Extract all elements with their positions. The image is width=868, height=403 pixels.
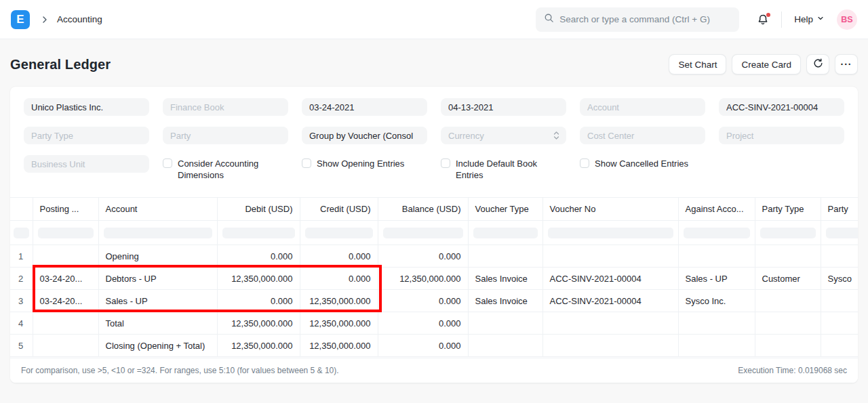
- cell-posting-date[interactable]: 03-24-20...: [33, 268, 98, 290]
- menu-button[interactable]: ···: [835, 54, 858, 75]
- voucher-no-filter[interactable]: [719, 98, 844, 116]
- cell-debit[interactable]: 12,350,000.000: [217, 268, 300, 290]
- cell-credit[interactable]: 0.000: [300, 245, 378, 268]
- cell-party[interactable]: [821, 245, 858, 268]
- cell-against-account[interactable]: [678, 335, 755, 357]
- cell-party-type[interactable]: Customer: [755, 268, 821, 290]
- help-menu[interactable]: Help: [794, 14, 825, 24]
- cell-balance[interactable]: 0.000: [378, 312, 468, 335]
- cell-voucher-no[interactable]: [542, 245, 678, 268]
- column-filter-input[interactable]: [548, 228, 673, 238]
- cell-against-account[interactable]: Sysco Inc.: [678, 290, 755, 312]
- cell-balance[interactable]: 0.000: [378, 290, 468, 312]
- business-unit-filter[interactable]: [24, 155, 149, 173]
- col-party-type[interactable]: Party Type: [755, 198, 821, 221]
- cell-posting-date[interactable]: [33, 335, 98, 357]
- party-type-filter[interactable]: [24, 127, 149, 144]
- cell-balance[interactable]: 12,350,000.000: [378, 268, 468, 290]
- cell-against-account[interactable]: [678, 245, 755, 268]
- column-filter-input[interactable]: [14, 228, 29, 238]
- col-party[interactable]: Party: [821, 198, 858, 221]
- cell-debit[interactable]: 0.000: [217, 290, 300, 312]
- cell-against-account[interactable]: Sales - UP: [678, 268, 755, 290]
- column-filter-input[interactable]: [104, 228, 212, 238]
- create-card-button[interactable]: Create Card: [732, 54, 801, 75]
- column-filter-input[interactable]: [760, 228, 816, 238]
- search-input[interactable]: [559, 14, 731, 24]
- cell-account[interactable]: Closing (Opening + Total): [98, 335, 217, 357]
- user-avatar[interactable]: BS: [837, 9, 857, 30]
- checkbox-include-default-book-entries[interactable]: Include Default Book Entries: [441, 155, 566, 181]
- group-by-filter[interactable]: [302, 127, 427, 144]
- cell-party[interactable]: [821, 312, 858, 335]
- column-filter-input[interactable]: [38, 228, 94, 238]
- col-balance[interactable]: Balance (USD): [378, 198, 468, 221]
- cell-voucher-type[interactable]: [468, 335, 542, 357]
- checkbox-consider-accounting-dimensions[interactable]: Consider Accounting Dimensions: [163, 155, 288, 181]
- erpnext-logo[interactable]: E: [11, 10, 30, 29]
- cell-credit[interactable]: 0.000: [300, 268, 378, 290]
- col-posting-date[interactable]: Posting ...: [33, 198, 98, 221]
- column-filter-input[interactable]: [473, 228, 538, 238]
- checkbox-show-cancelled-entries[interactable]: Show Cancelled Entries: [580, 155, 705, 169]
- notifications-bell-icon[interactable]: [757, 14, 769, 26]
- cell-balance[interactable]: 0.000: [378, 335, 468, 357]
- cell-party-type[interactable]: [755, 335, 821, 357]
- col-credit[interactable]: Credit (USD): [300, 198, 378, 221]
- cell-debit[interactable]: 12,350,000.000: [217, 335, 300, 357]
- party-filter[interactable]: [163, 127, 288, 144]
- column-filter-input[interactable]: [383, 228, 463, 238]
- cell-party[interactable]: [821, 335, 858, 357]
- cell-party-type[interactable]: [755, 312, 821, 335]
- account-filter[interactable]: [580, 98, 705, 116]
- cell-voucher-type[interactable]: Sales Invoice: [468, 290, 542, 312]
- cell-credit[interactable]: 12,350,000.000: [300, 312, 378, 335]
- cell-posting-date[interactable]: [33, 312, 98, 335]
- cell-party[interactable]: Sysco: [821, 268, 858, 290]
- to-date-filter[interactable]: [441, 98, 566, 116]
- cell-voucher-type[interactable]: [468, 245, 542, 268]
- cell-credit[interactable]: 12,350,000.000: [300, 335, 378, 357]
- col-voucher-no[interactable]: Voucher No: [542, 198, 678, 221]
- column-filter-input[interactable]: [826, 228, 859, 238]
- cell-voucher-type[interactable]: Sales Invoice: [468, 268, 542, 290]
- company-filter[interactable]: [24, 98, 149, 116]
- cell-voucher-no[interactable]: [542, 312, 678, 335]
- refresh-button[interactable]: [806, 54, 829, 75]
- column-filter-input[interactable]: [222, 228, 295, 238]
- from-date-filter[interactable]: [302, 98, 427, 116]
- project-filter[interactable]: [719, 127, 844, 144]
- checkbox-show-opening-entries[interactable]: Show Opening Entries: [302, 155, 427, 169]
- cell-credit[interactable]: 12,350,000.000: [300, 290, 378, 312]
- column-filter-input[interactable]: [684, 228, 750, 238]
- cell-voucher-no[interactable]: ACC-SINV-2021-00004: [542, 268, 678, 290]
- cell-voucher-no[interactable]: ACC-SINV-2021-00004: [542, 290, 678, 312]
- cell-posting-date[interactable]: [33, 245, 98, 268]
- col-account[interactable]: Account: [98, 198, 217, 221]
- col-voucher-type[interactable]: Voucher Type: [468, 198, 542, 221]
- table-header-row: Posting ... Account Debit (USD) Credit (…: [10, 198, 858, 221]
- breadcrumb-accounting[interactable]: Accounting: [57, 14, 102, 24]
- cell-account[interactable]: Total: [98, 312, 217, 335]
- col-against-account[interactable]: Against Acco...: [678, 198, 755, 221]
- cell-debit[interactable]: 0.000: [217, 245, 300, 268]
- cell-posting-date[interactable]: 03-24-20...: [33, 290, 98, 312]
- col-debit[interactable]: Debit (USD): [217, 198, 300, 221]
- cell-balance[interactable]: 0.000: [378, 245, 468, 268]
- cell-party[interactable]: [821, 290, 858, 312]
- cell-account[interactable]: Debtors - UP: [98, 268, 217, 290]
- cost-center-filter[interactable]: [580, 127, 705, 144]
- cell-voucher-type[interactable]: [468, 312, 542, 335]
- cell-against-account[interactable]: [678, 312, 755, 335]
- currency-select[interactable]: [441, 127, 566, 144]
- cell-party-type[interactable]: [755, 290, 821, 312]
- currency-filter[interactable]: [441, 127, 566, 144]
- cell-account[interactable]: Opening: [98, 245, 217, 268]
- cell-party-type[interactable]: [755, 245, 821, 268]
- cell-account[interactable]: Sales - UP: [98, 290, 217, 312]
- column-filter-input[interactable]: [305, 228, 373, 238]
- cell-debit[interactable]: 12,350,000.000: [217, 312, 300, 335]
- set-chart-button[interactable]: Set Chart: [669, 54, 726, 75]
- finance-book-filter[interactable]: [163, 98, 288, 116]
- cell-voucher-no[interactable]: [542, 335, 678, 357]
